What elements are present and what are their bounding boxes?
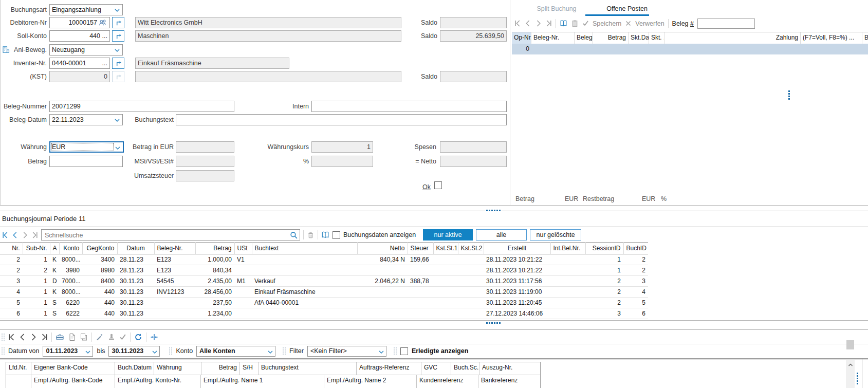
column-header[interactable]: Lfd.Nr.: [6, 362, 31, 375]
journal-column-header[interactable]: GegKonto: [82, 243, 117, 254]
toolbar-grip[interactable]: [393, 347, 397, 355]
beleg-nummer-input[interactable]: 20071299: [49, 101, 234, 112]
copy-icon[interactable]: [80, 333, 88, 341]
nav-prev-icon[interactable]: [19, 334, 26, 341]
verwerfen-button[interactable]: Verwerfen: [635, 20, 664, 27]
quick-search-box[interactable]: [41, 229, 300, 241]
journal-row[interactable]: 21K8000...340028.11.23E1231.000,00V1840,…: [0, 254, 648, 265]
column-header[interactable]: Zahlung: [664, 32, 801, 44]
journal-book-icon[interactable]: [560, 20, 567, 27]
journal-column-header[interactable]: Betrag: [195, 243, 234, 254]
nav-last-icon[interactable]: [31, 232, 38, 238]
filter-select[interactable]: <Kein Filter>: [307, 346, 386, 357]
column-header[interactable]: (F7=Voll, F8=%) ...: [801, 32, 862, 44]
konto-select[interactable]: Alle Konten: [196, 346, 275, 357]
column-header[interactable]: Währung: [154, 362, 201, 375]
nav-next-icon[interactable]: [535, 20, 542, 27]
column-header[interactable]: GVC: [421, 362, 451, 375]
journal-row[interactable]: 41K8000...44030.11.23INV1212328.456,00Ei…: [0, 287, 648, 298]
journal-book-icon[interactable]: [321, 231, 329, 239]
nav-prev-icon[interactable]: [525, 20, 531, 27]
column-header[interactable]: Auftrags-Referenz: [357, 362, 421, 375]
vertical-scrollbar[interactable]: [846, 360, 855, 388]
nav-next-icon[interactable]: [22, 232, 28, 238]
column-header[interactable]: Eigener Bank-Code: [31, 362, 115, 375]
datum-bis-select[interactable]: 30.11.2023: [108, 346, 160, 357]
debitoren-input[interactable]: 10000157: [49, 17, 110, 28]
column-header[interactable]: Op-Nr.: [512, 32, 531, 44]
journal-column-header[interactable]: Konto: [59, 243, 82, 254]
column-header[interactable]: Betrag: [593, 32, 629, 44]
journal-column-header[interactable]: SessionID: [585, 243, 623, 254]
search-icon[interactable]: [290, 231, 298, 239]
column-header[interactable]: Skt.Dat.: [629, 32, 649, 44]
journal-column-header[interactable]: Beleg-Nr.: [154, 243, 195, 254]
scroll-up-button[interactable]: [846, 360, 855, 369]
filter-nur-aktive-button[interactable]: nur aktive: [423, 229, 473, 241]
toolbar-grip[interactable]: [169, 347, 172, 355]
column-header[interactable]: [6, 375, 31, 388]
refresh-icon[interactable]: [134, 333, 142, 341]
column-header[interactable]: S/H: [240, 362, 258, 375]
buchungsdaten-checkbox[interactable]: [333, 231, 340, 239]
waehrung-select[interactable]: EUR: [49, 141, 124, 153]
nav-first-icon[interactable]: [2, 232, 9, 238]
splitter-grip[interactable]: [485, 322, 502, 324]
journal-column-header[interactable]: Nr.: [0, 243, 23, 254]
journal-row[interactable]: 51S622044030.11.23237,50AfA 0440-0000130…: [0, 298, 648, 308]
nav-next-icon[interactable]: [30, 334, 37, 341]
journal-column-header[interactable]: A: [50, 243, 59, 254]
case-icon[interactable]: [56, 333, 64, 341]
ellipsis-button[interactable]: ...: [100, 60, 107, 67]
column-header[interactable]: Empf./Auftrg. Name 2: [324, 375, 417, 388]
journal-column-header[interactable]: Netto: [357, 243, 408, 254]
soll-konto-input[interactable]: 440 ...: [49, 30, 110, 42]
beleg-datum-select[interactable]: 22.11.2023: [49, 114, 123, 125]
buchungsart-select[interactable]: Eingangszahlung: [49, 4, 123, 15]
journal-row[interactable]: 31D7000...840030.11.23545452.435,00M1Ver…: [0, 276, 648, 287]
journal-column-header[interactable]: Buchtext: [252, 243, 357, 254]
column-header[interactable]: Empf./Auftrg. Bank-Code: [31, 375, 115, 388]
column-header[interactable]: Buch.Sc...: [451, 362, 479, 375]
journal-column-header[interactable]: BuchID: [623, 243, 648, 254]
soll-konto-jump-button[interactable]: [112, 30, 124, 42]
search-input[interactable]: [44, 230, 287, 241]
column-header[interactable]: Betrag: [201, 362, 240, 375]
journal-row[interactable]: 22K3980898028.11.23E123840,3428.11.2023 …: [0, 265, 648, 276]
tab-split-buchung[interactable]: Split Buchung: [526, 3, 587, 14]
nav-prev-icon[interactable]: [12, 232, 19, 238]
journal-column-header[interactable]: Datum: [117, 243, 154, 254]
column-header[interactable]: Kundenreferenz: [417, 375, 478, 388]
intern-input[interactable]: [311, 101, 507, 112]
column-header[interactable]: Buchungstext: [258, 362, 357, 375]
column-header[interactable]: Empf./Auftrg. Konto-Nr.: [115, 375, 201, 388]
speichern-button[interactable]: Speichern: [593, 20, 621, 27]
column-header[interactable]: Bankreferenz: [478, 375, 540, 388]
nav-first-icon[interactable]: [8, 334, 15, 341]
toolbar-grip[interactable]: [1, 333, 5, 341]
journal-column-header[interactable]: Erstellt: [484, 243, 550, 254]
x-icon[interactable]: [625, 20, 632, 27]
journal-column-header[interactable]: Kst.St.2: [458, 243, 484, 254]
nav-last-icon[interactable]: [545, 20, 552, 27]
tab-offene-posten[interactable]: Offene Posten: [599, 3, 655, 14]
nav-last-icon[interactable]: [41, 334, 48, 341]
ok-checkbox[interactable]: [434, 181, 442, 189]
document-icon[interactable]: [68, 333, 76, 341]
column-header[interactable]: Beleg-D...: [575, 32, 593, 44]
column-header[interactable]: Buch.Datum: [115, 362, 154, 375]
journal-column-header[interactable]: Sub-Nr.: [23, 243, 50, 254]
filter-nur-geloeschte-button[interactable]: nur gelöschte: [530, 229, 581, 241]
horizontal-splitter[interactable]: [0, 320, 868, 321]
column-header[interactable]: Beleg-Nr.: [531, 32, 575, 44]
open-items-selected-row[interactable]: 0: [512, 44, 868, 54]
inventar-jump-button[interactable]: [112, 58, 124, 69]
inventar-input[interactable]: 0440-00001 ...: [49, 58, 110, 69]
fit-columns-icon[interactable]: [150, 333, 158, 341]
journal-row[interactable]: 61S622244030.11.231.234,0027.12.2023 14:…: [0, 308, 648, 319]
beleg-number-input[interactable]: [697, 19, 755, 29]
journal-column-header[interactable]: Steuer: [408, 243, 433, 254]
vertical-splitter-grip[interactable]: [857, 373, 858, 384]
toolbar-grip[interactable]: [282, 347, 286, 355]
filter-alle-button[interactable]: alle: [476, 229, 527, 241]
